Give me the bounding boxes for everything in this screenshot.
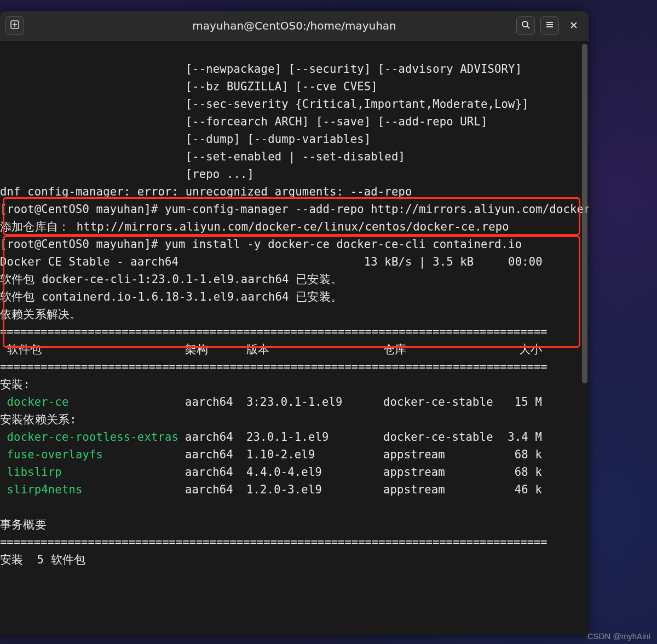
svg-point-1	[522, 21, 528, 27]
pkg-repo: appstream	[383, 481, 498, 498]
output-line: 软件包 docker-ce-cli-1:23.0.1-1.el9.aarch64…	[0, 273, 342, 286]
prompt: [root@CentOS0 mayuhan]#	[0, 203, 165, 216]
output-line: Docker CE Stable - aarch64 13 kB/s | 3.5…	[0, 255, 543, 268]
pkg-ver: 23.0.1-1.el9	[246, 428, 383, 446]
terminal-output[interactable]: [--newpackage] [--security] [--advisory …	[0, 41, 589, 568]
output-line: 依赖关系解决。	[0, 308, 81, 321]
pkg-size: 15 M	[498, 393, 542, 411]
txn-summary: 事务概要	[0, 518, 47, 531]
help-line: [--dump] [--dump-variables]	[0, 133, 371, 146]
pkg-repo: appstream	[383, 463, 498, 481]
watermark: CSDN @myhAini	[587, 631, 650, 641]
pkg-ver: 1.10-2.el9	[246, 446, 383, 463]
menu-button[interactable]	[540, 16, 559, 35]
pkg-arch: aarch64	[185, 393, 246, 411]
divider: ========================================…	[0, 536, 548, 549]
close-button[interactable]	[564, 16, 583, 35]
pkg-name: libslirp	[0, 463, 185, 481]
divider: ========================================…	[0, 360, 548, 373]
section-deps: 安装依赖关系:	[0, 413, 77, 426]
pkg-arch: aarch64	[185, 446, 246, 463]
new-tab-icon	[10, 20, 19, 31]
prompt: [root@CentOS0 mayuhan]#	[0, 238, 165, 251]
command: yum install -y docker-ce docker-ce-cli c…	[165, 238, 522, 251]
pkg-name: fuse-overlayfs	[0, 446, 185, 463]
pkg-arch: aarch64	[185, 463, 246, 481]
th-version: 版本	[246, 341, 383, 358]
divider: ========================================…	[0, 325, 548, 338]
section-install: 安装:	[0, 378, 30, 391]
help-line: [--forcearch ARCH] [--save] [--add-repo …	[0, 115, 488, 128]
close-icon	[570, 20, 578, 31]
pkg-name: docker-ce-rootless-extras	[0, 428, 185, 446]
pkg-name: slirp4netns	[0, 481, 185, 498]
pkg-ver: 4.4.0-4.el9	[246, 463, 383, 481]
pkg-size: 68 k	[498, 446, 542, 463]
install-count: 安装 5 软件包	[0, 553, 85, 566]
pkg-size: 46 k	[498, 481, 542, 498]
pkg-name: docker-ce	[0, 393, 185, 411]
help-line: [repo ...]	[0, 168, 254, 181]
help-line: [--newpackage] [--security] [--advisory …	[0, 62, 522, 76]
th-arch: 架构	[185, 341, 246, 358]
new-tab-button[interactable]	[5, 16, 24, 35]
help-line: [--bz BUGZILLA] [--cve CVES]	[0, 80, 378, 93]
scrollbar-thumb[interactable]	[582, 44, 587, 383]
pkg-size: 3.4 M	[498, 428, 542, 446]
pkg-ver: 1.2.0-3.el9	[246, 481, 383, 498]
help-line: [--sec-severity {Critical,Important,Mode…	[0, 97, 529, 111]
pkg-repo: appstream	[383, 446, 498, 463]
output-line: 软件包 containerd.io-1.6.18-3.1.el9.aarch64…	[0, 290, 342, 303]
pkg-arch: aarch64	[185, 481, 246, 498]
hamburger-icon	[545, 20, 554, 31]
help-line: [--set-enabled | --set-disabled]	[0, 150, 405, 163]
pkg-size: 68 k	[498, 463, 542, 481]
command: yum-config-manager --add-repo http://mir…	[165, 203, 589, 216]
th-size: 大小	[498, 341, 542, 358]
th-package: 软件包	[0, 341, 185, 358]
output-line: 添加仓库自： http://mirrors.aliyun.com/docker-…	[0, 220, 509, 233]
titlebar: mayuhan@CentOS0:/home/mayuhan	[0, 11, 589, 41]
th-repo: 仓库	[383, 341, 498, 358]
search-icon	[521, 20, 530, 31]
pkg-repo: docker-ce-stable	[383, 428, 498, 446]
pkg-ver: 3:23.0.1-1.el9	[246, 393, 383, 411]
terminal-window: mayuhan@CentOS0:/home/mayuhan	[0, 11, 589, 635]
pkg-repo: docker-ce-stable	[383, 393, 498, 411]
search-button[interactable]	[516, 16, 535, 35]
pkg-arch: aarch64	[185, 428, 246, 446]
window-title: mayuhan@CentOS0:/home/mayuhan	[0, 19, 589, 32]
error-line: dnf config-manager: error: unrecognized …	[0, 185, 412, 198]
